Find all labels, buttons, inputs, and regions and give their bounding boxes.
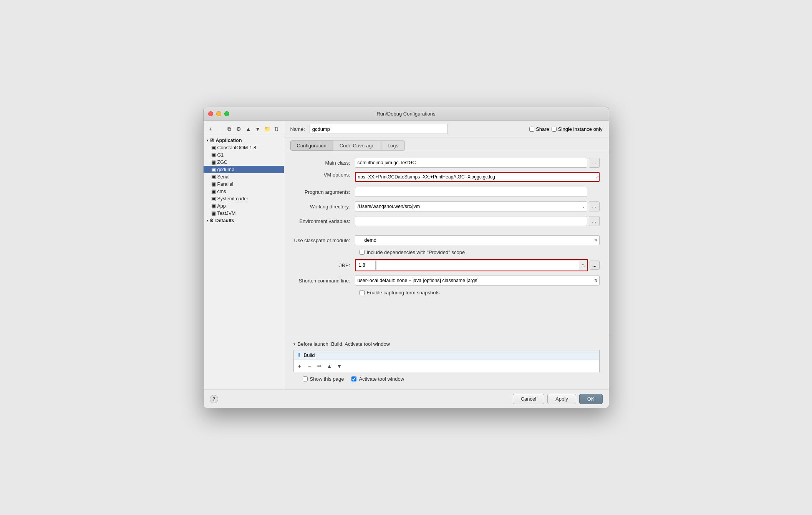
sidebar-item-cms[interactable]: ▣ cms <box>204 188 284 195</box>
working-dir-browse-button[interactable]: ... <box>589 201 600 211</box>
main-class-browse-button[interactable]: ... <box>589 158 600 168</box>
sidebar-item-app[interactable]: ▣ App <box>204 202 284 210</box>
jre-version-input[interactable] <box>356 261 376 270</box>
tab-code-coverage[interactable]: Code Coverage <box>333 140 381 151</box>
show-page-checkbox[interactable] <box>303 376 308 381</box>
sidebar-item-gcdump[interactable]: ▣ gcdump <box>204 166 284 173</box>
activate-tool-window-checkbox[interactable] <box>351 376 356 381</box>
settings-button[interactable]: ⚙ <box>235 125 243 133</box>
sidebar-item-testjvm[interactable]: ▣ TestJVM <box>204 210 284 217</box>
program-args-input[interactable] <box>355 187 587 197</box>
close-button[interactable] <box>208 111 213 116</box>
sidebar-item-systemloader[interactable]: ▣ SystemLoader <box>204 195 284 202</box>
activate-tool-window-label: Activate tool window <box>359 376 404 382</box>
sidebar-item-constantoom[interactable]: ▣ ConstantOOM-1.8 <box>204 144 284 151</box>
config-icon: ▣ <box>211 203 216 209</box>
form-snapshots-row: Enable capturing form snapshots <box>293 290 600 295</box>
sidebar-toolbar: + − ⧉ ⚙ ▲ ▼ 📁 ⇅ <box>204 123 284 135</box>
vm-options-expand-button[interactable]: ⤢ <box>596 175 599 179</box>
before-launch-arrow-icon[interactable]: ▾ <box>293 342 295 346</box>
jre-path-input[interactable] <box>377 261 579 270</box>
before-launch-edit-button[interactable]: ✏ <box>315 362 324 370</box>
config-icon: ▣ <box>211 188 216 194</box>
classpath-dropdown[interactable]: demo <box>355 235 600 245</box>
shorten-cmd-dropdown[interactable]: user-local default: none – java [options… <box>355 276 600 286</box>
jre-label: JRE: <box>293 262 355 268</box>
add-config-button[interactable]: + <box>207 125 215 133</box>
jre-input-group: ⇅ <box>355 259 588 271</box>
sidebar-item-serial[interactable]: ▣ Serial <box>204 173 284 180</box>
config-icon: ▣ <box>211 159 216 165</box>
move-down-button[interactable]: ▼ <box>254 125 262 133</box>
share-checkbox[interactable] <box>529 127 534 132</box>
vm-options-input[interactable] <box>355 172 600 182</box>
ok-button[interactable]: OK <box>579 394 603 404</box>
share-label: Share <box>536 126 549 132</box>
sidebar-item-zgc[interactable]: ▣ ZGC <box>204 158 284 166</box>
dialog-footer: ? Cancel Apply OK <box>204 390 609 408</box>
shorten-cmd-row: Shorten command line: user-local default… <box>293 275 600 286</box>
main-class-input-group: ... <box>355 158 600 168</box>
maximize-button[interactable] <box>224 111 229 116</box>
help-button[interactable]: ? <box>210 395 218 403</box>
before-launch-title: Before launch: Build, Activate tool wind… <box>298 341 390 347</box>
env-vars-browse-button[interactable]: ... <box>589 216 600 226</box>
build-icon: ⬇ <box>297 352 302 358</box>
main-class-input[interactable] <box>355 158 587 168</box>
before-launch-add-button[interactable]: + <box>295 362 304 370</box>
name-input[interactable] <box>310 124 448 134</box>
sidebar: + − ⧉ ⚙ ▲ ▼ 📁 ⇅ ▾ 🖥 Application ▣ Consta… <box>204 121 284 390</box>
before-launch-move-down-button[interactable]: ▼ <box>335 362 344 370</box>
folder-button[interactable]: 📁 <box>263 125 271 133</box>
working-dir-input[interactable] <box>355 201 587 211</box>
sidebar-item-application[interactable]: ▾ 🖥 Application <box>204 137 284 144</box>
remove-config-button[interactable]: − <box>216 125 224 133</box>
share-checkbox-area: Share <box>529 126 549 132</box>
form-snapshots-checkbox[interactable] <box>360 290 365 295</box>
shorten-cmd-label: Shorten command line: <box>293 278 355 284</box>
cancel-button[interactable]: Cancel <box>513 394 544 404</box>
config-icon: ▣ <box>211 196 216 201</box>
copy-config-button[interactable]: ⧉ <box>225 125 234 133</box>
program-args-row: Program arguments: ... <box>293 187 600 197</box>
main-panel: Name: Share Single instance only Configu… <box>284 121 609 390</box>
show-page-item: Show this page <box>303 376 344 382</box>
config-icon: ▣ <box>211 167 216 172</box>
minimize-button[interactable] <box>216 111 221 116</box>
form-area: Main class: ... VM options: ⤢ <box>284 151 609 337</box>
jre-browse-button[interactable]: ... <box>590 261 600 270</box>
tabs-bar: Configuration Code Coverage Logs <box>284 137 609 151</box>
single-instance-checkbox[interactable] <box>552 127 557 132</box>
include-deps-checkbox[interactable] <box>360 250 365 255</box>
config-icon: ▣ <box>211 174 216 180</box>
main-class-row: Main class: ... <box>293 157 600 168</box>
show-page-label: Show this page <box>310 376 344 382</box>
tab-logs[interactable]: Logs <box>381 140 405 151</box>
titlebar: Run/Debug Configurations <box>204 107 609 121</box>
main-content: + − ⧉ ⚙ ▲ ▼ 📁 ⇅ ▾ 🖥 Application ▣ Consta… <box>204 121 609 390</box>
env-vars-input-group: ... <box>355 216 600 226</box>
sidebar-item-parallel[interactable]: ▣ Parallel <box>204 180 284 188</box>
config-icon: ▣ <box>211 181 216 187</box>
before-launch-remove-button[interactable]: − <box>305 362 314 370</box>
sort-button[interactable]: ⇅ <box>273 125 281 133</box>
config-header: Name: Share Single instance only <box>284 121 609 137</box>
bottom-checkboxes: Show this page Activate tool window <box>293 372 600 386</box>
sidebar-item-g1[interactable]: ▣ G1 <box>204 151 284 158</box>
move-up-button[interactable]: ▲ <box>244 125 252 133</box>
working-dir-input-group: ⌄ ... <box>355 201 600 211</box>
env-vars-input[interactable] <box>355 216 587 226</box>
tab-configuration[interactable]: Configuration <box>290 140 333 151</box>
config-icon: ▣ <box>211 152 216 158</box>
defaults-icon: ⚙ <box>209 218 214 223</box>
apply-button[interactable]: Apply <box>547 394 576 404</box>
activate-tool-window-item: Activate tool window <box>351 376 404 382</box>
sidebar-item-defaults[interactable]: ▸ ⚙ Defaults <box>204 217 284 224</box>
before-launch-move-up-button[interactable]: ▲ <box>325 362 334 370</box>
config-icon: ▣ <box>211 145 216 150</box>
main-class-label: Main class: <box>293 160 355 166</box>
working-dir-row: Working directory: ⌄ ... <box>293 201 600 212</box>
before-launch-header: ▾ Before launch: Build, Activate tool wi… <box>293 341 600 347</box>
window-title: Run/Debug Configurations <box>376 111 435 117</box>
working-dir-label: Working directory: <box>293 204 355 210</box>
